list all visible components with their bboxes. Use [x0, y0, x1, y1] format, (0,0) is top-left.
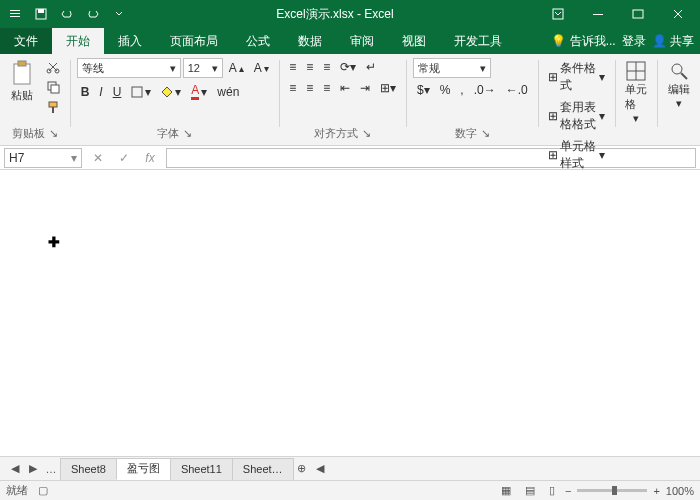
comma-icon[interactable]: , — [456, 81, 467, 99]
worksheet[interactable]: ✚ — [0, 170, 700, 456]
bold-button[interactable]: B — [77, 83, 94, 101]
tab-insert[interactable]: 插入 — [104, 28, 156, 54]
ribbon-tabs: 文件 开始 插入 页面布局 公式 数据 审阅 视图 开发工具 💡 告诉我... … — [0, 28, 700, 54]
font-color-icon[interactable]: A▾ — [187, 81, 211, 102]
enter-formula-icon[interactable]: ✓ — [114, 151, 134, 165]
plus-cursor-icon: ✚ — [48, 234, 60, 250]
font-size-combo[interactable]: 12▾ — [183, 58, 223, 78]
tab-review[interactable]: 审阅 — [336, 28, 388, 54]
font-name-combo[interactable]: 等线▾ — [77, 58, 181, 78]
dialog-launcher-icon[interactable]: ↘ — [183, 127, 192, 140]
svg-point-20 — [672, 64, 682, 74]
align-right-icon[interactable]: ≡ — [319, 79, 334, 97]
sheet-tab[interactable]: Sheet11 — [170, 458, 233, 480]
clipboard-label: 剪贴板 ↘ — [6, 126, 64, 143]
phonetic-icon[interactable]: wén — [213, 83, 243, 101]
sheet-tab[interactable]: Sheet… — [232, 458, 294, 480]
align-bottom-icon[interactable]: ≡ — [319, 58, 334, 76]
tab-data[interactable]: 数据 — [284, 28, 336, 54]
fill-color-icon[interactable]: ▾ — [157, 83, 185, 101]
cell-style-button[interactable]: ⊞ 单元格样式 ▾ — [544, 136, 608, 174]
macro-recording-icon[interactable]: ▢ — [38, 484, 48, 497]
app-menu-icon[interactable] — [4, 3, 26, 25]
view-layout-icon[interactable]: ▤ — [521, 482, 539, 499]
italic-button[interactable]: I — [95, 83, 106, 101]
sheet-nav-more[interactable]: … — [42, 463, 60, 475]
number-format-combo[interactable]: 常规▾ — [413, 58, 491, 78]
wrap-text-icon[interactable]: ↵ — [362, 58, 380, 76]
sheet-tab[interactable]: 盈亏图 — [116, 458, 171, 480]
maximize-button[interactable] — [620, 4, 656, 24]
qat-dropdown-icon[interactable] — [108, 3, 130, 25]
save-icon[interactable] — [30, 3, 52, 25]
sheet-tab[interactable]: Sheet8 — [60, 458, 117, 480]
decrease-indent-icon[interactable]: ⇤ — [336, 79, 354, 97]
view-pagebreak-icon[interactable]: ▯ — [545, 482, 559, 499]
align-left-icon[interactable]: ≡ — [285, 79, 300, 97]
increase-indent-icon[interactable]: ⇥ — [356, 79, 374, 97]
orientation-icon[interactable]: ⟳▾ — [336, 58, 360, 76]
increase-decimal-icon[interactable]: .0→ — [470, 81, 500, 99]
minimize-button[interactable] — [580, 4, 616, 24]
svg-line-21 — [681, 73, 687, 79]
dialog-launcher-icon[interactable]: ↘ — [362, 127, 371, 140]
zoom-slider[interactable] — [577, 489, 647, 492]
percent-icon[interactable]: % — [436, 81, 455, 99]
editing-button[interactable]: 编辑▾ — [664, 58, 694, 112]
cells-button[interactable]: 单元格▾ — [621, 58, 651, 127]
tab-dev[interactable]: 开发工具 — [440, 28, 516, 54]
currency-icon[interactable]: $▾ — [413, 81, 434, 99]
tab-view[interactable]: 视图 — [388, 28, 440, 54]
zoom-level[interactable]: 100% — [666, 485, 694, 497]
format-painter-icon[interactable] — [42, 98, 64, 116]
dialog-launcher-icon[interactable]: ↘ — [481, 127, 490, 140]
cond-format-button[interactable]: ⊞ 条件格式 ▾ — [544, 58, 608, 96]
decrease-decimal-icon[interactable]: ←.0 — [502, 81, 532, 99]
group-font: 等线▾ 12▾ A▴ A▾ B I U ▾ ▾ A▾ wén 字体 ↘ — [71, 54, 279, 145]
group-styles: ⊞ 条件格式 ▾ ⊞ 套用表格格式 ▾ ⊞ 单元格样式 ▾ 样式 — [538, 54, 614, 145]
align-middle-icon[interactable]: ≡ — [302, 58, 317, 76]
dialog-launcher-icon[interactable]: ↘ — [49, 127, 58, 140]
copy-icon[interactable] — [42, 78, 64, 96]
sheet-nav-scroll[interactable]: ◀ — [311, 462, 329, 475]
underline-button[interactable]: U — [109, 83, 126, 101]
new-sheet-button[interactable]: ⊕ — [293, 462, 311, 475]
signin-link[interactable]: 登录 — [622, 33, 646, 50]
share-button[interactable]: 👤 共享 — [652, 33, 694, 50]
tell-me[interactable]: 💡 告诉我... — [551, 33, 615, 50]
tab-home[interactable]: 开始 — [52, 28, 104, 54]
align-top-icon[interactable]: ≡ — [285, 58, 300, 76]
zoom-out-button[interactable]: − — [565, 485, 571, 497]
group-editing: 编辑▾ — [658, 54, 700, 145]
ribbon: 粘贴 剪贴板 ↘ 等线▾ 12▾ A▴ A▾ B I U ▾ ▾ — [0, 54, 700, 146]
name-box[interactable]: H7▾ — [4, 148, 82, 168]
tab-formula[interactable]: 公式 — [232, 28, 284, 54]
table-format-button[interactable]: ⊞ 套用表格格式 ▾ — [544, 97, 608, 135]
tab-file[interactable]: 文件 — [0, 28, 52, 54]
svg-rect-4 — [38, 9, 44, 13]
redo-icon[interactable] — [82, 3, 104, 25]
undo-icon[interactable] — [56, 3, 78, 25]
close-button[interactable] — [660, 4, 696, 24]
sheet-nav-prev[interactable]: ◀ — [6, 462, 24, 475]
view-normal-icon[interactable]: ▦ — [497, 482, 515, 499]
cut-icon[interactable] — [42, 58, 64, 76]
sheet-nav-next[interactable]: ▶ — [24, 462, 42, 475]
decrease-font-icon[interactable]: A▾ — [250, 59, 273, 77]
svg-rect-7 — [633, 10, 643, 18]
merge-icon[interactable]: ⊞▾ — [376, 79, 400, 97]
svg-rect-13 — [51, 85, 59, 93]
fx-icon[interactable]: fx — [140, 151, 160, 165]
increase-font-icon[interactable]: A▴ — [225, 59, 248, 77]
status-bar: 就绪 ▢ ▦ ▤ ▯ − + 100% — [0, 480, 700, 500]
zoom-in-button[interactable]: + — [653, 485, 659, 497]
formula-input[interactable] — [166, 148, 696, 168]
paste-button[interactable]: 粘贴 — [6, 58, 38, 105]
group-clipboard: 粘贴 剪贴板 ↘ — [0, 54, 70, 145]
tab-layout[interactable]: 页面布局 — [156, 28, 232, 54]
align-center-icon[interactable]: ≡ — [302, 79, 317, 97]
ribbon-options-icon[interactable] — [540, 4, 576, 24]
border-icon[interactable]: ▾ — [127, 83, 155, 101]
svg-rect-16 — [132, 87, 142, 97]
cancel-formula-icon[interactable]: ✕ — [88, 151, 108, 165]
